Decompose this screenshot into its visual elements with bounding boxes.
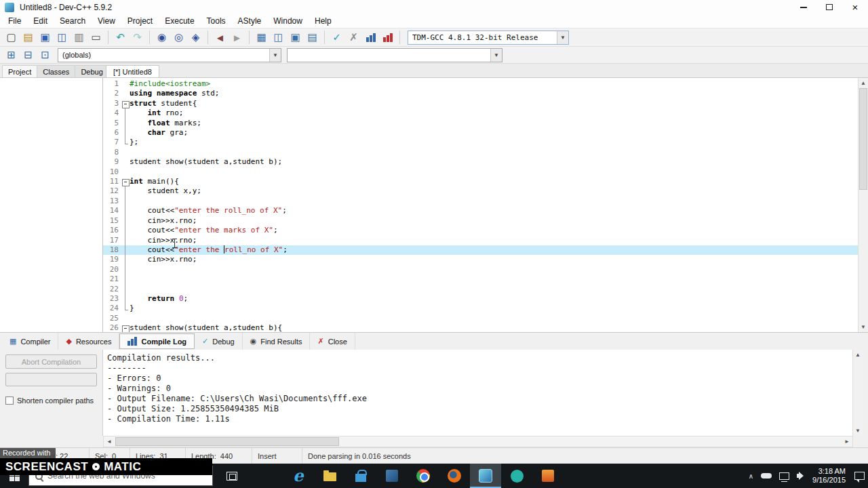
code-line[interactable]: 1#include<iostream> — [103, 79, 858, 89]
fold-toggle-icon[interactable] — [121, 99, 130, 108]
scroll-down-icon[interactable]: ▼ — [859, 322, 868, 332]
new-file-icon[interactable]: ▢ — [3, 30, 20, 45]
split-view-icon[interactable]: ◫ — [270, 30, 287, 45]
goto-line-icon[interactable]: ◈ — [187, 30, 204, 45]
menu-help[interactable]: Help — [309, 15, 338, 27]
insert-icon[interactable]: ⊞ — [3, 47, 20, 63]
restore-button[interactable] — [816, 0, 842, 14]
taskbar-app-store[interactable] — [345, 464, 376, 488]
network-icon[interactable] — [779, 472, 789, 480]
full-screen-icon[interactable]: ▣ — [287, 30, 304, 45]
scroll-left-icon[interactable]: ◄ — [104, 439, 115, 445]
taskbar-app-app-blue[interactable] — [376, 464, 408, 488]
code-line[interactable]: 14 cout<<"enter the roll_no of X"; — [103, 206, 858, 216]
menu-edit[interactable]: Edit — [27, 15, 54, 27]
replace-icon[interactable]: ◎ — [170, 30, 187, 45]
code-line[interactable]: 3struct student{ — [103, 99, 858, 108]
log-hscrollbar[interactable]: ◄ ► — [103, 436, 853, 447]
code-line[interactable]: 20 — [103, 265, 858, 274]
code-line[interactable]: 19 cin>>x.rno; — [103, 255, 858, 264]
code-line[interactable]: 18 cout<<"enter the roll_no of X"; — [103, 245, 858, 255]
code-line[interactable]: 8 — [103, 148, 858, 157]
toggle-bookmark-icon[interactable]: ⊟ — [20, 47, 37, 63]
editor-scrollbar[interactable]: ▲ ▼ — [858, 78, 868, 332]
minimize-button[interactable] — [791, 0, 816, 14]
project-panel[interactable] — [0, 78, 103, 332]
open-icon[interactable]: ▤ — [20, 30, 37, 45]
tab-untitled8[interactable]: [*] Untitled8 — [106, 65, 159, 77]
bottom-tab-debug[interactable]: ✓Debug — [195, 333, 243, 350]
project-grid-icon[interactable]: ▦ — [253, 30, 270, 45]
code-line[interactable]: 23 return 0; — [103, 294, 858, 304]
code-line[interactable]: 7}; — [103, 138, 858, 147]
taskbar-app-app-teal[interactable] — [501, 464, 532, 488]
abort-compilation-button[interactable]: Abort Compilation — [5, 354, 97, 369]
compiler-combobox[interactable]: TDM-GCC 4.8.1 32-bit Release ▼ — [408, 30, 569, 45]
code-line[interactable]: 25 — [103, 314, 858, 323]
bottom-tab-close[interactable]: ✗Close — [310, 333, 355, 350]
action-center-icon[interactable] — [854, 472, 865, 480]
code-editor[interactable]: 1#include<iostream>2using namespace std;… — [103, 78, 858, 332]
save-icon[interactable]: ▣ — [37, 30, 54, 45]
title-bar[interactable]: Untitled8 - Dev-C++ 5.9.2 × — [0, 0, 868, 14]
tab-project[interactable]: Project — [2, 65, 37, 77]
delete-profiling-icon[interactable] — [379, 30, 396, 45]
code-line[interactable]: 5 float marks; — [103, 119, 858, 128]
menu-view[interactable]: View — [92, 15, 121, 27]
tab-classes[interactable]: Classes — [37, 65, 75, 77]
code-line[interactable]: 21 — [103, 274, 858, 284]
menu-astyle[interactable]: AStyle — [232, 15, 268, 27]
hscrollbar-thumb[interactable] — [115, 437, 339, 446]
forward-icon[interactable]: ► — [229, 30, 245, 45]
menu-window[interactable]: Window — [267, 15, 309, 27]
menu-execute[interactable]: Execute — [159, 15, 200, 27]
menu-project[interactable]: Project — [121, 15, 159, 27]
taskbar-app-dev-cpp[interactable] — [470, 464, 501, 488]
code-line[interactable]: 16 cout<<"enter the marks of X"; — [103, 226, 858, 235]
taskbar-clock[interactable]: 3:18 AM 9/16/2015 — [812, 467, 846, 485]
find-icon[interactable]: ◉ — [153, 30, 170, 45]
menu-file[interactable]: File — [2, 15, 27, 27]
scroll-down-icon[interactable]: ▼ — [853, 426, 863, 436]
scroll-right-icon[interactable]: ► — [842, 439, 852, 445]
clean-icon[interactable]: ✗ — [345, 30, 362, 45]
close-button[interactable]: × — [842, 0, 868, 14]
bottom-tab-find-results[interactable]: ◉Find Results — [243, 333, 311, 350]
checkbox-icon[interactable] — [5, 396, 14, 405]
code-line[interactable]: 26student show(student a,student b){ — [103, 323, 858, 332]
menu-search[interactable]: Search — [54, 15, 92, 27]
redo-icon[interactable]: ↷ — [129, 30, 146, 45]
code-line[interactable]: 9student show(student a,student b); — [103, 157, 858, 167]
editor-scrollbar-thumb[interactable] — [859, 88, 867, 190]
code-line[interactable]: 15 cin>>x.rno; — [103, 216, 858, 226]
print-icon[interactable]: ▭ — [87, 30, 104, 45]
chevron-down-icon[interactable]: ▼ — [557, 31, 568, 44]
chevron-down-icon[interactable]: ▼ — [490, 49, 502, 62]
code-line[interactable]: 6 char gra; — [103, 128, 858, 138]
task-view-button[interactable] — [222, 464, 242, 488]
code-line[interactable]: 17 cin>>x.rno; — [103, 236, 858, 245]
bottom-tab-resources[interactable]: ◆Resources — [58, 333, 119, 350]
goto-bookmark-icon[interactable]: ⊡ — [37, 47, 54, 63]
taskbar-app-edge[interactable]: e — [283, 464, 314, 488]
taskbar-app-file-explorer[interactable] — [314, 464, 345, 488]
taskbar-app-app-orange[interactable] — [532, 464, 564, 488]
chevron-down-icon[interactable]: ▼ — [269, 49, 281, 62]
code-line[interactable]: 12 student x,y; — [103, 186, 858, 196]
code-line[interactable]: 10 — [103, 167, 858, 177]
compile-log[interactable]: Compilation results...--------- Errors: … — [103, 350, 852, 436]
profile-icon[interactable] — [362, 30, 379, 45]
code-line[interactable]: 24} — [103, 304, 858, 313]
tray-expand-icon[interactable]: ∧ — [749, 472, 753, 480]
close-file-icon[interactable]: ▥ — [71, 30, 87, 45]
save-all-icon[interactable]: ◫ — [54, 30, 71, 45]
code-line[interactable]: 13 — [103, 197, 858, 206]
members-combobox[interactable]: ▼ — [287, 48, 502, 62]
code-line[interactable]: 22 — [103, 285, 858, 294]
scroll-up-icon[interactable]: ▲ — [853, 350, 863, 360]
taskbar-app-firefox[interactable] — [439, 464, 470, 488]
back-icon[interactable]: ◄ — [212, 30, 229, 45]
syntax-check-icon[interactable]: ✓ — [328, 30, 345, 45]
globals-combobox[interactable]: (globals) ▼ — [58, 48, 281, 62]
undo-icon[interactable]: ↶ — [112, 30, 129, 45]
